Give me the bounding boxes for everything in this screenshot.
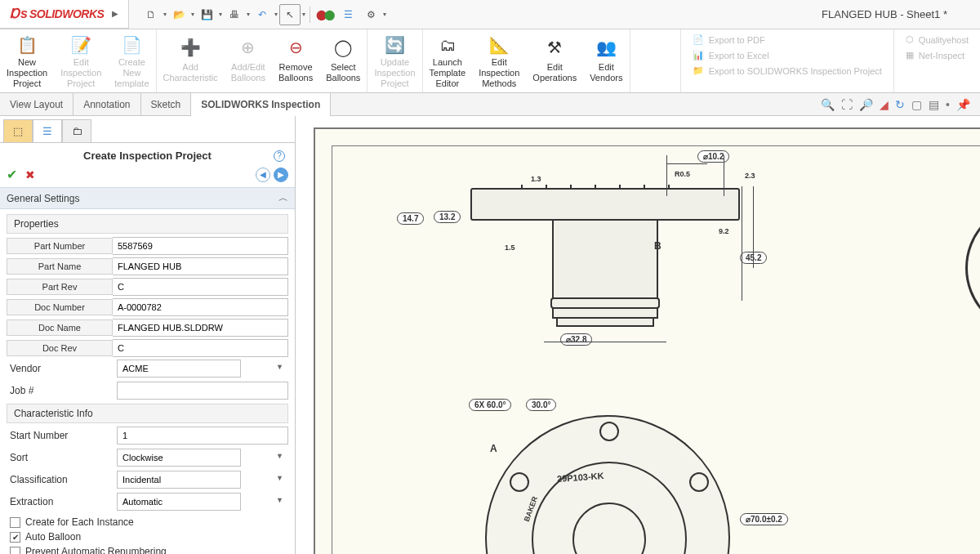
- rebuild-icon[interactable]: ⬤⬤: [314, 4, 336, 25]
- new-project-icon: 📋: [14, 34, 40, 56]
- panel-tab-config[interactable]: 🗀: [62, 119, 91, 142]
- extraction-label: Extraction: [7, 494, 117, 509]
- zoom-fit-icon[interactable]: 🔍: [821, 98, 835, 111]
- display-icon[interactable]: ▢: [911, 98, 922, 111]
- options-list-icon[interactable]: ☰: [337, 4, 359, 25]
- dimension: 9.2: [719, 227, 729, 235]
- tab-sketch[interactable]: Sketch: [141, 93, 192, 116]
- edit-inspection-methods-button[interactable]: 📐Edit Inspection Methods: [472, 31, 526, 91]
- ok-button[interactable]: ✔: [7, 167, 17, 182]
- command-tabs: View Layout Annotation Sketch SOLIDWORKS…: [0, 93, 980, 116]
- tab-annotation[interactable]: Annotation: [74, 93, 140, 116]
- more-icon[interactable]: •: [946, 98, 950, 111]
- panel-tab-property[interactable]: ☰: [33, 119, 62, 142]
- rotate-icon[interactable]: ↻: [895, 98, 905, 111]
- chevron-down-icon: ▼: [276, 452, 283, 460]
- zoom-area-icon[interactable]: ⛶: [841, 98, 853, 111]
- panel-title: Create Inspection Project: [83, 150, 212, 162]
- excel-icon: 📊: [693, 50, 704, 60]
- properties-header: Properties: [7, 214, 288, 234]
- next-button[interactable]: ▶: [274, 168, 288, 182]
- characteristic-info-header: Characteristic Info: [7, 404, 288, 423]
- dimension: 13.2: [434, 211, 461, 223]
- doc-number-input[interactable]: [113, 298, 288, 316]
- new-file-icon[interactable]: 🗋: [140, 4, 162, 25]
- tab-view-layout[interactable]: View Layout: [0, 93, 74, 116]
- save-icon[interactable]: 💾: [196, 4, 217, 25]
- auto-balloon-checkbox-row[interactable]: ✔Auto Balloon: [7, 529, 288, 544]
- export-excel-button: 📊Export to Excel: [693, 50, 882, 60]
- panel-tab-feature[interactable]: ⬚: [3, 119, 33, 142]
- doc-name-input[interactable]: [113, 319, 288, 337]
- create-each-checkbox-row[interactable]: Create for Each Instance: [7, 515, 288, 529]
- part-number-input[interactable]: [113, 237, 288, 255]
- doc-rev-label: Doc Rev: [7, 340, 113, 356]
- ribbon-export-group: 📄Export to PDF 📊Export to Excel 📁Export …: [680, 29, 893, 92]
- part-stem-base: [556, 319, 654, 327]
- prevent-renumber-checkbox-row[interactable]: Prevent Automatic Renumbering: [7, 544, 288, 554]
- checkbox-unchecked-icon: [10, 517, 20, 528]
- pin-icon[interactable]: 📌: [956, 98, 970, 111]
- ribbon-quality-group: ⬡Qualityehost ▦Net-Inspect: [893, 29, 980, 92]
- job-input[interactable]: [117, 382, 288, 400]
- add-characteristic-button: ➕Add Characteristic: [157, 31, 225, 91]
- doc-rev-input[interactable]: [113, 339, 288, 357]
- select-icon[interactable]: ↖: [279, 4, 301, 25]
- app-logo[interactable]: Ɒs SOLIDWORKS ▶: [0, 0, 129, 29]
- methods-icon: 📐: [486, 34, 512, 56]
- drawing-canvas[interactable]: 14.7 13.2 1.3 1.5 R0.5 ⌀10.2 2.3 9.2 45.…: [296, 116, 980, 554]
- chevron-down-icon: ▼: [276, 496, 283, 504]
- remove-balloons-button[interactable]: ⊖Remove Balloons: [272, 31, 319, 91]
- start-number-label: Start Number: [7, 428, 117, 443]
- help-icon[interactable]: ?: [274, 150, 285, 162]
- dimension: R0.5: [675, 170, 690, 178]
- logo-arrow-icon[interactable]: ▶: [112, 9, 118, 18]
- quality-icon: ⬡: [906, 34, 914, 45]
- part-rev-input[interactable]: [113, 278, 288, 296]
- edit-inspection-project-button: 📝Edit Inspection Project: [54, 31, 108, 91]
- magnify-icon[interactable]: 🔎: [859, 98, 873, 111]
- add-edit-balloons-button: ⊕Add/Edit Balloons: [225, 31, 272, 91]
- dimension: 6X 60.0°: [469, 399, 511, 411]
- balloon-remove-icon: ⊖: [283, 34, 309, 60]
- classification-select[interactable]: [117, 471, 241, 489]
- template-icon: 📄: [118, 34, 145, 56]
- quality-button: ⬡Qualityehost: [906, 34, 969, 45]
- general-settings-header[interactable]: General Settings︿: [0, 187, 295, 209]
- vendor-select[interactable]: [117, 360, 241, 378]
- cancel-button[interactable]: ✖: [25, 168, 35, 181]
- hub-center: [572, 503, 646, 554]
- net-inspect-button: ▦Net-Inspect: [906, 50, 969, 60]
- view-toolbar: 🔍 ⛶ 🔎 ◢ ↻ ▢ ▤ • 📌: [821, 98, 980, 111]
- edit-project-icon: 📝: [68, 34, 94, 56]
- part-name-input[interactable]: [113, 257, 288, 275]
- view-palette-icon[interactable]: ▤: [929, 98, 939, 111]
- edit-operations-button[interactable]: ⚒Edit Operations: [526, 31, 583, 91]
- prev-button[interactable]: ◀: [256, 168, 270, 182]
- export-sw-button: 📁Export to SOLIDWORKS Inspection Project: [693, 65, 882, 76]
- template-editor-icon: 🗂: [434, 34, 461, 56]
- balloon-select-icon: ◯: [330, 34, 356, 60]
- new-inspection-project-button[interactable]: 📋New Inspection Project: [0, 31, 54, 91]
- chevron-down-icon: ▼: [276, 363, 283, 371]
- start-number-input[interactable]: [117, 427, 288, 445]
- edit-vendors-button[interactable]: 👥Edit Vendors: [583, 31, 629, 91]
- select-balloons-button[interactable]: ◯Select Balloons: [319, 31, 367, 91]
- sort-select[interactable]: [117, 449, 241, 467]
- net-inspect-icon: ▦: [906, 50, 914, 60]
- pdf-icon: 📄: [693, 34, 704, 45]
- print-icon[interactable]: 🖶: [224, 4, 245, 25]
- part-stem: [552, 221, 658, 319]
- open-file-icon[interactable]: 📂: [168, 4, 189, 25]
- bolt-hole: [510, 472, 529, 492]
- launch-template-editor-button[interactable]: 🗂Launch Template Editor: [423, 31, 473, 91]
- sw-icon: 📁: [693, 65, 704, 76]
- settings-gear-icon[interactable]: ⚙: [360, 4, 381, 25]
- panel-header: Create Inspection Project ?: [0, 143, 295, 165]
- section-icon[interactable]: ◢: [880, 98, 889, 111]
- checkbox-checked-icon: ✔: [10, 532, 20, 543]
- undo-icon[interactable]: ↶: [252, 4, 273, 25]
- extraction-select[interactable]: [117, 493, 241, 511]
- part-front-view: [485, 415, 730, 554]
- tab-solidworks-inspection[interactable]: SOLIDWORKS Inspection: [191, 93, 331, 116]
